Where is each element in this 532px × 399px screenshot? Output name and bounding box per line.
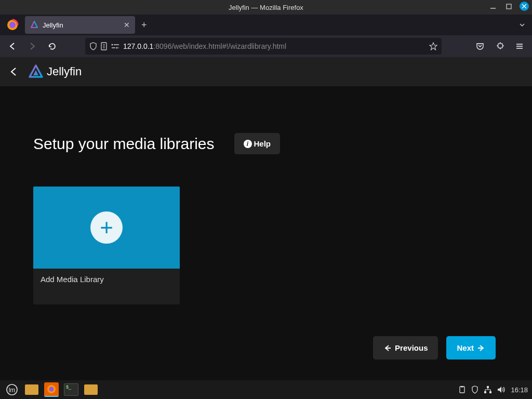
card-image-area: + [33,187,180,269]
start-menu-button[interactable]: lm [4,382,20,397]
tray-shield-icon[interactable] [471,385,478,394]
tray-clipboard-icon[interactable] [458,385,466,394]
maximize-button[interactable] [504,2,513,11]
new-tab-button[interactable]: + [141,20,147,31]
browser-nav-bar: 127.0.0.1:8096/web/index.html#!/wizardli… [0,35,532,57]
tab-close-icon[interactable]: ✕ [124,21,130,29]
app-name: Jellyfin [47,65,82,78]
svg-rect-14 [489,391,491,393]
menu-icon[interactable] [512,39,527,54]
taskbar-terminal-icon[interactable]: $_ [63,382,79,397]
firefox-logo-icon[interactable] [5,18,20,32]
help-label: Help [254,139,271,148]
system-tray: 16:18 [458,385,528,394]
tray-volume-icon[interactable] [497,386,506,393]
close-button[interactable] [520,2,529,11]
svg-rect-10 [460,387,464,393]
app-back-button[interactable] [8,66,20,77]
url-text: 127.0.0.1:8096/web/index.html#!/wizardli… [123,42,426,50]
svg-rect-12 [487,386,489,388]
svg-point-2 [9,22,16,28]
reload-button[interactable] [45,39,59,54]
info-icon: i [244,140,252,148]
tabs-dropdown-icon[interactable] [518,21,526,29]
taskbar-files-icon[interactable] [24,382,39,397]
svg-point-9 [49,387,54,392]
svg-point-5 [116,47,118,49]
url-bar[interactable]: 127.0.0.1:8096/web/index.html#!/wizardli… [85,38,442,55]
permissions-icon[interactable] [111,43,120,49]
heading-row: Setup your media libraries i Help [33,133,499,154]
svg-rect-11 [461,386,463,388]
arrow-right-icon [477,344,485,352]
minimize-button[interactable] [488,2,498,11]
add-library-card[interactable]: + Add Media Library [33,187,180,304]
plus-circle-icon: + [90,211,123,244]
tab-strip: Jellyfin ✕ + [0,15,532,35]
next-label: Next [457,343,474,352]
window-controls [488,2,529,11]
pocket-icon[interactable] [473,39,487,54]
svg-rect-13 [484,391,486,393]
taskbar-folder-icon[interactable] [83,382,99,397]
svg-point-4 [112,44,113,46]
page-info-icon[interactable] [100,42,108,50]
toolbar-right [473,39,527,54]
window-titlebar: Jellyfin — Mozilla Firefox [0,0,532,15]
page-heading: Setup your media libraries [33,135,215,153]
next-button[interactable]: Next [446,336,496,360]
back-button[interactable] [5,39,20,54]
window-title: Jellyfin — Mozilla Firefox [229,4,303,11]
svg-rect-0 [507,4,511,9]
os-taskbar: lm $_ 16:18 [0,380,532,399]
card-label: Add Media Library [33,269,180,304]
app-header: Jellyfin [0,57,532,86]
taskbar-firefox-icon[interactable] [44,382,59,397]
jellyfin-logo-icon [28,64,44,79]
app-logo[interactable]: Jellyfin [28,64,82,79]
tab-title: Jellyfin [43,21,119,29]
previous-button[interactable]: Previous [373,336,438,360]
previous-label: Previous [395,343,428,352]
arrow-left-icon [383,344,392,352]
forward-button[interactable] [25,39,39,54]
tab-favicon-icon [30,21,38,29]
tray-clock[interactable]: 16:18 [511,386,528,394]
page-content: Setup your media libraries i Help + Add … [0,86,532,380]
help-button[interactable]: i Help [234,133,281,154]
bookmark-star-icon[interactable] [429,42,437,50]
shield-icon[interactable] [89,42,97,50]
extensions-icon[interactable] [493,39,507,54]
tray-network-icon[interactable] [484,385,492,394]
browser-tab[interactable]: Jellyfin ✕ [25,16,135,34]
wizard-nav-buttons: Previous Next [373,336,496,360]
plus-icon: + [100,216,113,239]
svg-text:lm: lm [9,387,16,394]
